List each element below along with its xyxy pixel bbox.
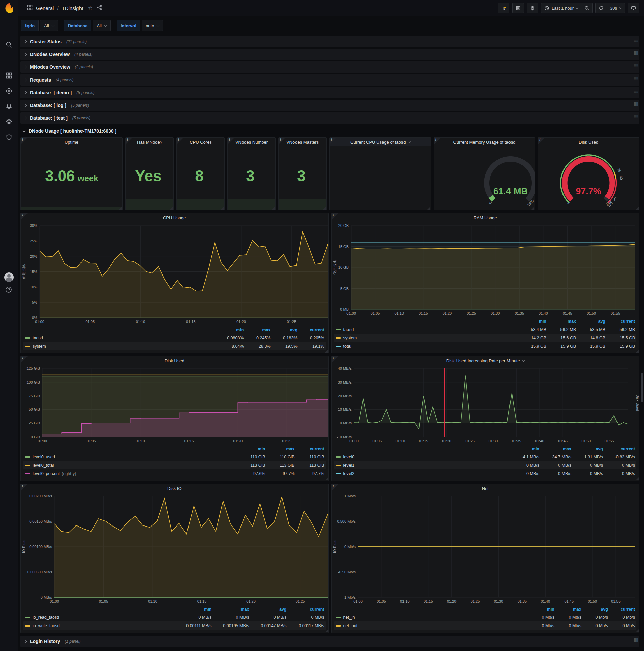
panel-info-icon[interactable]: i <box>21 484 28 491</box>
legend-column-header[interactable]: min <box>527 607 554 612</box>
panel-title[interactable]: VNodes Number <box>228 137 276 146</box>
star-icon[interactable]: ☆ <box>88 5 92 11</box>
dashboard-settings-button[interactable] <box>526 3 538 13</box>
panel-info-icon[interactable]: i <box>21 137 28 144</box>
panel-title[interactable]: Uptime <box>21 137 122 146</box>
legend-column-header[interactable]: current <box>295 447 324 451</box>
panel-title[interactable]: Disk Used Increasing Rate per Minute <box>332 356 639 365</box>
legend-row[interactable]: level0-4.1 MB/s34.7 MB/s1.31 MB/s-0.82 M… <box>334 453 637 461</box>
panel-title[interactable]: Disk Used <box>21 356 328 365</box>
variable-value-dropdown[interactable]: All <box>40 20 58 31</box>
row-drag-handle-icon[interactable]: ⣿⣿ <box>634 638 638 642</box>
legend-row[interactable]: level20 MB/s0 MB/s0 MB/s0 MB/s <box>334 469 637 478</box>
legend-column-header[interactable]: min <box>217 328 244 332</box>
time-range-picker[interactable]: Last 1 hour <box>541 3 581 13</box>
panel-info-icon[interactable]: i <box>332 484 339 491</box>
row-dnode-usage[interactable]: DNode Usage [ huolinhe-TM1701:6030 ] <box>21 125 639 136</box>
row-drag-handle-icon[interactable]: ⣿⣿ <box>634 115 638 119</box>
dashboard-row-collapsed[interactable]: Database: [ log ] (5 panels) ⣿⣿ <box>21 100 639 111</box>
row-drag-handle-icon[interactable]: ⣿⣿ <box>634 51 638 55</box>
legend-column-header[interactable]: current <box>605 319 635 324</box>
row-drag-handle-icon[interactable]: ⣿⣿ <box>634 64 638 67</box>
grafana-logo-icon[interactable] <box>3 2 15 14</box>
legend-row[interactable]: net_in0 Mb/s0 Mb/s0 Mb/s0 Mb/s <box>334 613 637 621</box>
variable-value-dropdown[interactable]: All <box>93 20 110 31</box>
panel-title[interactable]: CPU Usage <box>21 213 328 222</box>
save-dashboard-button[interactable] <box>512 3 524 13</box>
series-color-swatch[interactable] <box>25 617 30 618</box>
series-color-swatch[interactable] <box>336 346 341 347</box>
series-color-swatch[interactable] <box>336 473 341 474</box>
series-color-swatch[interactable] <box>25 456 30 458</box>
dashboard-row-collapsed[interactable]: Login History (1 panel) ⣿⣿ <box>21 636 639 647</box>
variable-label[interactable]: fqdn <box>21 20 39 31</box>
panel-info-icon[interactable]: i <box>332 356 339 363</box>
panel-info-icon[interactable]: i <box>21 213 28 220</box>
series-color-swatch[interactable] <box>25 625 30 626</box>
time-series-plot[interactable]: 0 GiB25 GiB50 GiB75 GiB100 GiB125 GiB01:… <box>21 365 328 444</box>
create-plus-icon[interactable] <box>5 56 13 64</box>
panel-title[interactable]: VNodes Masters <box>279 137 326 146</box>
refresh-interval-picker[interactable]: 30s <box>607 3 625 13</box>
legend-column-header[interactable]: min <box>236 447 265 451</box>
series-color-swatch[interactable] <box>25 465 30 466</box>
panel-info-icon[interactable]: i <box>279 137 285 144</box>
dashboard-row-collapsed[interactable]: Database: [ test ] (5 panels) ⣿⣿ <box>21 113 639 124</box>
legend-column-header[interactable]: avg <box>581 607 608 612</box>
legend-column-header[interactable]: current <box>608 607 635 612</box>
legend-row[interactable]: taosd0.0808%0.245%0.183%0.205% <box>24 334 326 342</box>
series-name[interactable]: net_out <box>344 623 358 628</box>
panel-info-icon[interactable]: i <box>434 137 441 144</box>
legend-column-header[interactable]: max <box>244 328 271 332</box>
series-color-swatch[interactable] <box>25 473 30 474</box>
help-icon[interactable] <box>5 286 12 293</box>
panel-title[interactable]: Net <box>332 484 639 493</box>
legend-row[interactable]: io_read_taosd0 MB/s0 MB/s0 MB/s0 MB/s <box>24 613 326 621</box>
panel-title[interactable]: Current CPU Usage of taosd <box>330 137 431 146</box>
legend-column-header[interactable]: current <box>603 447 635 451</box>
series-color-swatch[interactable] <box>336 337 341 339</box>
dashboard-row-collapsed[interactable]: MNodes Overview (2 panels) ⣿⣿ <box>21 61 639 73</box>
add-panel-button[interactable] <box>498 3 510 13</box>
legend-column-header[interactable]: current <box>297 328 324 332</box>
legend-column-header[interactable]: max <box>546 319 576 324</box>
series-name[interactable]: taosd <box>33 336 43 340</box>
legend-column-header[interactable]: avg <box>571 447 603 451</box>
row-drag-handle-icon[interactable]: ⣿⣿ <box>634 89 638 93</box>
row-drag-handle-icon[interactable]: ⣿⣿ <box>634 76 638 80</box>
panel-info-icon[interactable]: i <box>177 137 184 144</box>
legend-row[interactable]: system14.2 GB15.6 GB14.8 GB15.5 GB <box>334 334 637 342</box>
legend-column-header[interactable]: max <box>265 447 295 451</box>
legend-row[interactable]: taosd53.4 MB56.2 MB53.5 MB56.2 MB <box>334 325 637 334</box>
legend-row[interactable]: net_out0 Mb/s0 Mb/s0 Mb/s0 Mb/s <box>334 621 637 630</box>
dashboard-row-collapsed[interactable]: Database: [ demo ] (5 panels) ⣿⣿ <box>21 87 639 98</box>
series-color-swatch[interactable] <box>336 625 341 626</box>
series-color-swatch[interactable] <box>25 337 30 339</box>
user-avatar[interactable] <box>4 273 14 282</box>
legend-row[interactable]: level10 MB/s0 MB/s0 MB/s0 MB/s <box>334 461 637 469</box>
row-drag-handle-icon[interactable]: ⣿⣿ <box>634 38 638 42</box>
time-series-plot[interactable]: -10 MB/s0 MB/s10 MB/s20 MB/s30 MB/s40 MB… <box>332 365 639 444</box>
series-color-swatch[interactable] <box>336 465 341 466</box>
panel-info-icon[interactable]: i <box>538 137 545 144</box>
server-admin-shield-icon[interactable] <box>5 133 13 141</box>
legend-column-header[interactable]: avg <box>249 607 287 612</box>
panel-info-icon[interactable]: i <box>332 213 339 220</box>
panel-info-icon[interactable]: i <box>126 137 132 144</box>
panel-info-icon[interactable]: i <box>228 137 234 144</box>
refresh-button[interactable] <box>595 3 607 13</box>
panel-title[interactable]: Current Memory Usage of taosd <box>434 137 535 146</box>
alerting-bell-icon[interactable] <box>5 103 13 110</box>
dashboard-row-collapsed[interactable]: Requests (4 panels) ⣿⣿ <box>21 74 639 86</box>
share-icon[interactable] <box>97 5 102 11</box>
series-name[interactable]: level0_total <box>33 463 54 468</box>
series-name[interactable]: level0 <box>344 455 355 459</box>
series-name[interactable]: level0_percent <box>33 471 60 476</box>
legend-row[interactable]: level0_percent(right-y)97.6%97.7%97.7% <box>24 469 326 478</box>
legend-column-header[interactable]: min <box>174 607 212 612</box>
series-color-swatch[interactable] <box>336 456 341 458</box>
variable-label[interactable]: Interval <box>117 20 140 31</box>
legend-column-header[interactable]: max <box>539 447 571 451</box>
series-name[interactable]: system <box>344 336 357 340</box>
page-scrollbar[interactable] <box>641 373 643 402</box>
